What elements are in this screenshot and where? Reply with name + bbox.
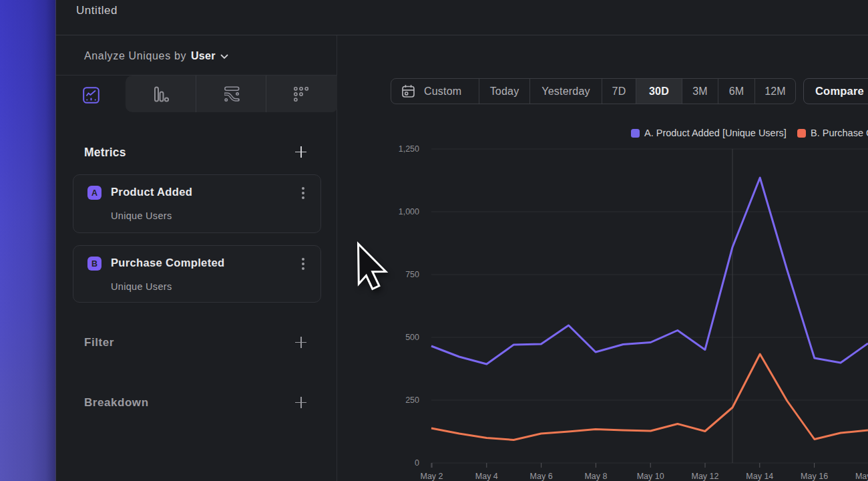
svg-text:May 2: May 2 bbox=[420, 472, 443, 481]
svg-text:750: 750 bbox=[405, 270, 419, 279]
svg-text:May 14: May 14 bbox=[746, 472, 773, 481]
svg-text:May 10: May 10 bbox=[637, 472, 664, 481]
svg-text:May 8: May 8 bbox=[584, 472, 607, 481]
svg-text:500: 500 bbox=[405, 333, 419, 342]
svg-text:0: 0 bbox=[415, 458, 419, 468]
svg-text:May 4: May 4 bbox=[475, 472, 498, 481]
svg-text:May 16: May 16 bbox=[801, 472, 828, 481]
svg-text:May 18: May 18 bbox=[855, 472, 868, 481]
svg-text:May 6: May 6 bbox=[530, 472, 553, 481]
svg-text:250: 250 bbox=[405, 395, 419, 405]
svg-text:1,250: 1,250 bbox=[399, 144, 419, 154]
svg-text:1,000: 1,000 bbox=[399, 207, 419, 216]
svg-text:May 12: May 12 bbox=[692, 472, 719, 481]
